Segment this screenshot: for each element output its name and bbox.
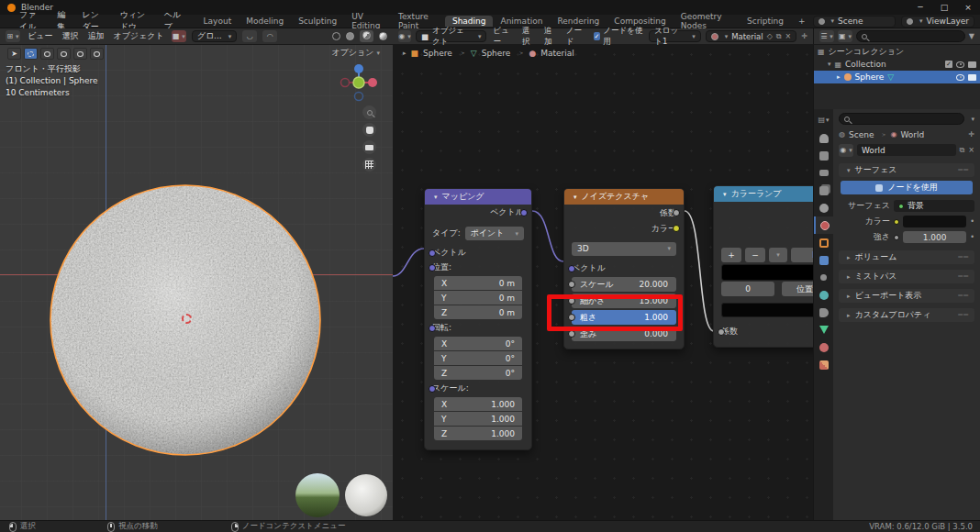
gizmo-z-neg-axis[interactable] (355, 93, 363, 101)
workspace-tab-scripting[interactable]: Scripting (740, 16, 791, 27)
expand-icon[interactable]: ▸ (837, 73, 841, 81)
tab-object[interactable] (814, 234, 833, 251)
minimize-button[interactable]: ─ (908, 0, 932, 15)
tab-texture[interactable] (814, 356, 833, 373)
custom-properties-panel-header[interactable]: ▸カスタムプロパティ══ (839, 308, 974, 322)
animate-dot-icon[interactable]: • (970, 233, 974, 241)
close-button[interactable]: × (956, 0, 980, 15)
scene-selector[interactable]: ▾ Scene (813, 16, 896, 28)
mapping-vector-output-socket[interactable] (520, 209, 528, 216)
animate-dot-icon[interactable]: • (970, 217, 974, 226)
properties-editor-type-dropdown[interactable]: ▤▾ (814, 109, 833, 129)
ramp-gradient-bar[interactable] (721, 264, 813, 281)
gizmo-y-axis[interactable] (353, 77, 364, 88)
viewport-3d[interactable]: ➤ フロント・平行投影 (1) Collection | Sphere 10 C… (0, 45, 393, 520)
mapping-rotation-socket[interactable] (429, 325, 436, 332)
properties-search-input[interactable] (839, 113, 964, 125)
ramp-mode-button[interactable]: RGB (791, 248, 813, 262)
snap-icon[interactable]: ◡ (242, 30, 257, 42)
use-nodes-button[interactable]: ノードを使用 (841, 181, 973, 194)
material-datablock[interactable]: ▾ Material ◇ ⧉ × (706, 30, 797, 42)
node-mapping-header[interactable]: ▾マッピング (425, 189, 531, 205)
location-y-field[interactable]: Y0 m (434, 291, 522, 305)
shading-solid-icon[interactable] (346, 32, 354, 40)
rotation-y-field[interactable]: Y0° (434, 351, 522, 365)
tab-physics[interactable] (814, 286, 833, 304)
location-x-field[interactable]: X0 m (434, 276, 522, 290)
scale-z-field[interactable]: Z1.000 (434, 427, 522, 440)
pin-icon[interactable]: ✛ (968, 130, 974, 139)
mapping-scale-socket[interactable] (429, 385, 436, 393)
volume-panel-header[interactable]: ▸ボリューム══ (839, 250, 974, 264)
collection-visibility-eye-icon[interactable] (956, 61, 964, 68)
outliner-row-scene-collection[interactable]: ▦ シーンコレクション (814, 45, 980, 58)
copy-icon[interactable]: ⧉ (960, 146, 965, 155)
breadcrumb-material[interactable]: Material (540, 49, 574, 58)
ramp-remove-button[interactable]: − (745, 248, 765, 262)
workspace-add-button[interactable]: + (791, 16, 813, 27)
tab-view-layer[interactable] (814, 182, 833, 199)
ramp-tools-dropdown[interactable]: ▾ (769, 248, 787, 262)
outliner-type-dropdown[interactable]: ☰▾ (819, 30, 834, 42)
ramp-index-field[interactable]: 0 (721, 282, 774, 296)
tab-constraints[interactable] (814, 304, 833, 321)
workspace-tab-layout[interactable]: Layout (196, 16, 239, 27)
mapping-location-socket[interactable] (429, 264, 436, 272)
tab-material[interactable] (814, 338, 833, 356)
node-mapping[interactable]: ▾マッピング ベクトル タイプ: ポイント▾ ベクトル 位置: X0 m Y0 … (424, 188, 532, 450)
tab-tool[interactable] (814, 129, 833, 147)
tweak-tool-icon[interactable]: ➤ (7, 48, 21, 60)
ramp-fac-input-socket[interactable] (718, 328, 725, 336)
tab-scene[interactable] (814, 199, 833, 216)
navigation-gizmo[interactable] (338, 61, 380, 104)
noise-dimensions-dropdown[interactable]: 3D▾ (572, 242, 676, 256)
mode-selector[interactable]: ■▾ (172, 30, 186, 42)
viewport-menu-object[interactable]: オブジェクト (111, 30, 165, 42)
shader-type-dropdown[interactable]: ■ オブジェクト▾ (416, 30, 486, 42)
collection-checkbox-icon[interactable]: ✓ (945, 61, 952, 68)
viewport-display-panel-header[interactable]: ▸ビューポート表示══ (839, 289, 974, 303)
noise-scale-socket[interactable] (568, 281, 575, 288)
workspace-tab-sculpting[interactable]: Sculpting (291, 16, 344, 27)
shading-wireframe-icon[interactable] (332, 32, 340, 40)
world-browse-dropdown[interactable]: ◉▾ (839, 144, 853, 157)
node-ramp-header[interactable]: ▾カラーランプ (714, 186, 813, 202)
mapping-type-dropdown[interactable]: ポイント▾ (465, 227, 524, 240)
scale-y-field[interactable]: Y1.000 (434, 412, 522, 426)
tab-particles[interactable] (814, 269, 833, 286)
scale-x-field[interactable]: X1.000 (434, 397, 522, 411)
node-noise-header[interactable]: ▾ノイズテクスチャ (564, 189, 684, 205)
options-dropdown[interactable]: オプション▾ (331, 47, 380, 59)
copy-icon[interactable]: ⧉ (776, 32, 782, 41)
outliner-search-input[interactable] (856, 30, 965, 42)
material-preview-ball[interactable] (345, 474, 387, 516)
proportional-edit-icon[interactable]: ◠ (262, 30, 277, 42)
outliner-row-sphere[interactable]: ▸ Sphere ▽ (814, 71, 980, 83)
surface-shader-field[interactable]: 背景 (894, 200, 974, 212)
filter-funnel-icon[interactable]: ▼ (969, 32, 974, 40)
select-extend-icon[interactable] (57, 48, 71, 60)
select-new-icon[interactable] (40, 48, 54, 60)
shader-menu-view[interactable]: ビュー (491, 26, 516, 48)
shader-menu-select[interactable]: 選択 (520, 26, 538, 48)
select-box-tool-icon[interactable] (24, 48, 38, 60)
sphere-visibility-eye-icon[interactable] (956, 74, 964, 81)
use-nodes-toggle[interactable]: ✓ ノードを使用 (594, 26, 645, 48)
fake-user-shield-icon[interactable]: ◇ (767, 32, 773, 40)
ramp-add-button[interactable]: + (721, 248, 741, 262)
breadcrumb-scene[interactable]: Scene (849, 130, 874, 139)
breadcrumb-world[interactable]: World (900, 130, 924, 139)
tab-output[interactable] (814, 164, 833, 182)
expand-icon[interactable]: ▾ (828, 61, 831, 68)
properties-options-dropdown[interactable]: ▾ (971, 116, 974, 123)
orthographic-grid-icon[interactable] (362, 158, 376, 172)
collection-render-camera-icon[interactable] (968, 61, 976, 68)
mist-pass-panel-header[interactable]: ▸ミストパス══ (839, 270, 974, 283)
node-color-ramp[interactable]: ▾カラーランプ + − ▾ RGB 0 位置 係数 (713, 185, 813, 348)
noise-color-output-socket[interactable] (673, 225, 680, 232)
mapping-vector-input-socket[interactable] (429, 249, 436, 257)
shading-rendered-icon[interactable] (379, 32, 387, 40)
color-swatch[interactable] (903, 216, 966, 227)
shading-material-preview-active[interactable] (360, 30, 373, 42)
noise-fac-output-socket[interactable] (673, 209, 680, 216)
